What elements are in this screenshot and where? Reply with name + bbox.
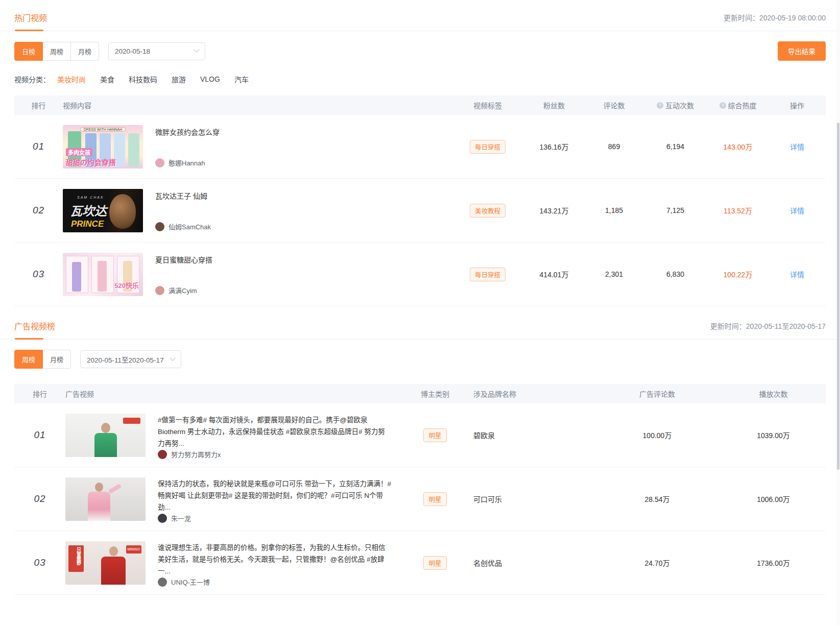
ad-date-range-value: 2020-05-11至2020-05-17 bbox=[87, 354, 164, 365]
tab-monthly[interactable]: 月榜 bbox=[71, 42, 99, 61]
detail-link[interactable]: 详情 bbox=[790, 271, 804, 279]
heat-score: 100.22万 bbox=[707, 269, 769, 279]
comments-count: 2,301 bbox=[585, 270, 643, 278]
thumbnail-figure bbox=[109, 194, 136, 229]
tag-badge: 明星 bbox=[423, 556, 446, 570]
info-icon[interactable]: ? bbox=[719, 102, 726, 109]
col-interactions: ?互动次数 bbox=[643, 100, 707, 111]
tab-ad-monthly[interactable]: 月榜 bbox=[43, 350, 71, 369]
ad-table-header: 排行 广告视频 博主类别 涉及品牌名称 广告评论数 播放次数 bbox=[14, 384, 826, 403]
tab-daily[interactable]: 日榜 bbox=[14, 42, 43, 61]
tab-weekly[interactable]: 周榜 bbox=[43, 42, 71, 61]
thumbnail-text: 多肉女孩 bbox=[66, 148, 92, 156]
thumbnail-figure bbox=[72, 262, 81, 292]
video-content-cell: SAM CHAK 瓦坎达 PRINCE 瓦坎达王子 仙姆 仙姆SamChak bbox=[63, 189, 452, 232]
thumbnail-figure bbox=[109, 546, 118, 556]
ad-section-title-text: 广告视频榜 bbox=[14, 322, 55, 331]
thumbnail-figure bbox=[128, 133, 139, 167]
page-scrollbar[interactable] bbox=[836, 0, 840, 625]
thumbnail-figure bbox=[108, 484, 122, 494]
video-title: 夏日蜜糖甜心穿搭 bbox=[155, 253, 212, 265]
video-category-filter: 视频分类： 美妆时尚 美食 科技数码 旅游 VLOG 汽车 bbox=[0, 61, 840, 84]
video-author: 满满Cyim bbox=[155, 285, 212, 295]
category-beauty-fashion[interactable]: 美妆时尚 bbox=[57, 74, 86, 84]
author-name: 满满Cyim bbox=[169, 285, 197, 295]
avatar bbox=[158, 514, 167, 523]
brand-name: 名创优品 bbox=[473, 558, 593, 568]
ad-section-header: 广告视频榜 更新时间：2020-05-11至2020-05-17 bbox=[0, 306, 840, 340]
hot-videos-table: 排行 视频内容 视频标签 粉丝数 评论数 ?互动次数 ?综合热度 操作 01 bbox=[14, 95, 826, 306]
table-row: 02 保持活力的状态，我的秘诀就是来瓶@可口可乐 带劲一下，立刻活力满满！#畅爽… bbox=[14, 467, 826, 531]
category-food[interactable]: 美食 bbox=[100, 74, 114, 84]
ad-date-range-select[interactable]: 2020-05-11至2020-05-17 bbox=[80, 350, 181, 368]
ad-section-title: 广告视频榜 bbox=[14, 320, 55, 339]
hot-updated-time: 更新时间：2020-05-19 08:00:00 bbox=[724, 12, 826, 22]
table-row: 03 只管撒野 MINISO 谁说理想生活，非要高昂的价格。别拿你的标签，为我的… bbox=[14, 531, 826, 595]
col-rank: 排行 bbox=[14, 100, 63, 110]
thumbnail-figure bbox=[88, 492, 110, 521]
ad-video-thumbnail[interactable]: 只管撒野 MINISO bbox=[65, 541, 146, 585]
avatar bbox=[158, 450, 167, 459]
ad-content-cell: 保持活力的状态，我的秘诀就是来瓶@可口可乐 带劲一下，立刻活力满满！#畅爽好喝 … bbox=[65, 477, 397, 521]
category-travel[interactable]: 旅游 bbox=[172, 74, 186, 84]
thumbnail-text: PRINCE bbox=[71, 219, 104, 229]
tag-badge: 美妆教程 bbox=[470, 204, 506, 218]
brand-logo: MINISO bbox=[126, 545, 141, 554]
rank-number: 01 bbox=[14, 429, 65, 441]
export-results-button[interactable]: 导出结果 bbox=[778, 41, 826, 61]
comments-count: 1,185 bbox=[585, 206, 643, 214]
video-meta: 微胖女孩约会怎么穿 憨娜Hannah bbox=[155, 126, 220, 167]
ad-video-thumbnail[interactable] bbox=[65, 414, 146, 457]
active-section-underline bbox=[15, 30, 43, 31]
category-filter-label: 视频分类： bbox=[14, 74, 50, 84]
video-thumbnail[interactable]: DRESS WITH HANNAH 多肉女孩 甜甜の约会穿搭 bbox=[63, 125, 143, 169]
rank-number: 02 bbox=[14, 493, 65, 504]
author-name: 仙姆SamChak bbox=[169, 222, 211, 231]
detail-link[interactable]: 详情 bbox=[790, 207, 804, 215]
brand-name: 碧欧泉 bbox=[473, 430, 593, 440]
category-vlog[interactable]: VLOG bbox=[200, 75, 220, 83]
video-meta: 夏日蜜糖甜心穿搭 满满Cyim bbox=[155, 253, 212, 295]
detail-link[interactable]: 详情 bbox=[790, 143, 804, 151]
blogger-type-cell: 明星 bbox=[397, 492, 473, 506]
avatar bbox=[155, 286, 164, 295]
ad-updated-time: 更新时间：2020-05-11至2020-05-17 bbox=[710, 321, 826, 331]
hot-rank-tab-group: 日榜 周榜 月榜 bbox=[14, 42, 99, 61]
ad-text: #做第一有多难# 每次面对镜头，都要展现最好的自己。携手@碧欧泉Biotherm… bbox=[158, 414, 392, 449]
author-name: 朱一龙 bbox=[171, 513, 191, 523]
video-tag-cell: 每日穿搭 bbox=[452, 140, 523, 154]
table-row: 01 DRESS WITH HANNAH 多肉女孩 甜甜の约会穿搭 微胖女孩约会… bbox=[14, 115, 826, 179]
video-thumbnail[interactable]: SAM CHAK 瓦坎达 PRINCE bbox=[63, 189, 143, 232]
ad-author: 努力努力再努力x bbox=[158, 449, 392, 459]
interactions-count: 6,830 bbox=[643, 270, 707, 278]
rank-number: 02 bbox=[14, 205, 63, 216]
plays-count: 1006.00万 bbox=[721, 494, 826, 504]
video-thumbnail[interactable]: 520快乐 bbox=[63, 253, 143, 296]
thumbnail-text: 瓦坎达 bbox=[70, 201, 107, 219]
hot-date-select[interactable]: 2020-05-18 bbox=[108, 42, 205, 60]
ad-meta: 保持活力的状态，我的秘诀就是来瓶@可口可乐 带劲一下，立刻活力满满！#畅爽好喝 … bbox=[158, 478, 392, 520]
tab-ad-weekly[interactable]: 周榜 bbox=[14, 350, 43, 369]
thumbnail-banner-text: DRESS WITH HANNAH bbox=[80, 127, 126, 132]
col-ad-video: 广告视频 bbox=[65, 389, 397, 399]
avatar bbox=[155, 222, 164, 231]
rank-number: 01 bbox=[14, 141, 63, 152]
thumbnail-figure bbox=[101, 423, 110, 433]
interactions-count: 6,194 bbox=[643, 142, 707, 151]
category-tech[interactable]: 科技数码 bbox=[129, 74, 157, 84]
blogger-type-cell: 明星 bbox=[397, 428, 473, 442]
table-row: 01 #做第一有多难# 每次面对镜头，都要展现最好的自己。携手@碧欧泉Bioth… bbox=[14, 403, 826, 467]
info-icon[interactable]: ? bbox=[657, 102, 663, 109]
hot-table-header: 排行 视频内容 视频标签 粉丝数 评论数 ?互动次数 ?综合热度 操作 bbox=[14, 95, 826, 115]
ad-content-cell: #做第一有多难# 每次面对镜头，都要展现最好的自己。携手@碧欧泉Biotherm… bbox=[65, 414, 397, 457]
interactions-count: 7,125 bbox=[643, 206, 707, 214]
video-tag-cell: 美妆教程 bbox=[452, 204, 523, 218]
col-video-tag: 视频标签 bbox=[452, 100, 523, 110]
scrollbar-thumb[interactable] bbox=[837, 123, 839, 470]
thumbnail-banner-text: SAM CHAK bbox=[77, 196, 104, 199]
table-row: 03 520快乐 夏日蜜糖甜心穿搭 满满Cyim bbox=[14, 243, 826, 306]
ad-video-thumbnail[interactable] bbox=[65, 477, 146, 521]
hot-date-value: 2020-05-18 bbox=[115, 47, 150, 55]
category-car[interactable]: 汽车 bbox=[234, 74, 249, 84]
table-row: 02 SAM CHAK 瓦坎达 PRINCE 瓦坎达王子 仙姆 仙姆SamCha… bbox=[14, 179, 826, 243]
